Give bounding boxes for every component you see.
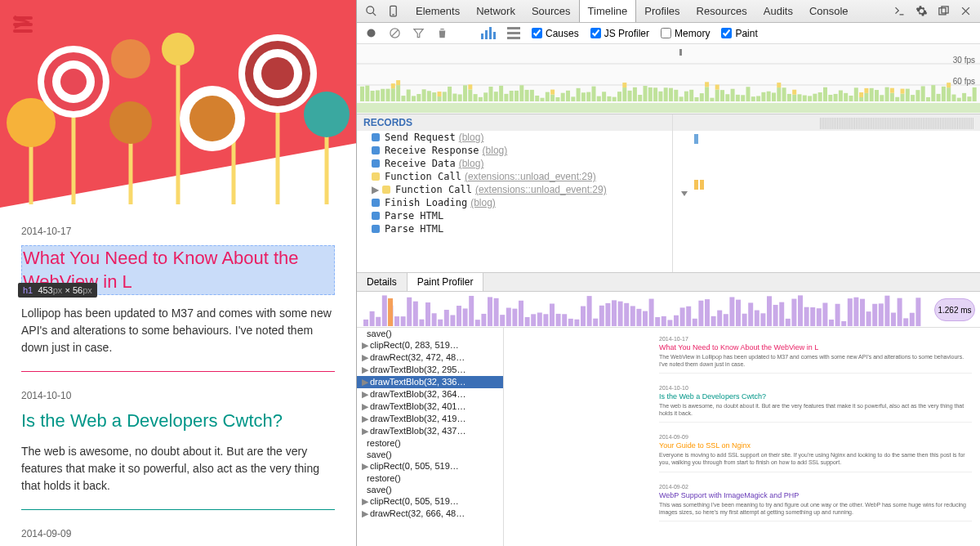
subtab-paint-profiler[interactable]: Paint Profiler — [408, 273, 484, 291]
svg-rect-265 — [952, 118, 953, 129]
paint-command[interactable]: ▶clipRect(0, 505, 519… — [357, 495, 503, 508]
jsprofiler-checkbox[interactable]: JS Profiler — [590, 28, 649, 39]
paint-command[interactable]: ▶drawRect(32, 666, 48… — [357, 508, 503, 520]
record-row[interactable]: Receive Response (blog) — [357, 144, 672, 157]
svg-rect-195 — [832, 118, 833, 129]
svg-rect-250 — [926, 118, 927, 129]
svg-rect-40 — [493, 32, 496, 39]
paint-command[interactable]: save() — [357, 484, 503, 495]
record-row[interactable]: ▶ Function Call (extensions::unload_even… — [357, 183, 672, 196]
svg-rect-227 — [887, 118, 888, 129]
dock-icon[interactable] — [938, 5, 950, 17]
svg-rect-272 — [964, 118, 964, 129]
svg-rect-253 — [932, 118, 933, 129]
flame-view-icon[interactable] — [507, 27, 520, 39]
tab-resources[interactable]: Resources — [688, 0, 755, 22]
paint-command[interactable]: ▶drawTextBlob(32, 336… — [357, 376, 503, 388]
timeline-overview[interactable]: 30 fps 60 fps — [357, 44, 980, 114]
svg-rect-221 — [876, 118, 877, 129]
tab-sources[interactable]: Sources — [523, 0, 579, 22]
svg-rect-188 — [820, 118, 821, 129]
svg-rect-48 — [365, 86, 369, 101]
svg-rect-368 — [388, 298, 393, 326]
svg-rect-334 — [711, 316, 716, 326]
memory-checkbox[interactable]: Memory — [661, 28, 710, 39]
svg-rect-328 — [674, 316, 679, 326]
svg-rect-211 — [859, 118, 860, 129]
paint-command[interactable]: restore() — [357, 437, 503, 449]
records-flamechart[interactable] — [673, 114, 980, 272]
svg-rect-74 — [479, 97, 483, 101]
svg-rect-318 — [612, 300, 617, 326]
svg-rect-327 — [667, 320, 672, 326]
svg-rect-51 — [381, 89, 385, 101]
svg-rect-103 — [622, 87, 626, 101]
paint-profiler-bars[interactable]: 1.262 ms — [357, 292, 980, 328]
console-icon[interactable] — [893, 5, 906, 17]
svg-rect-315 — [593, 319, 598, 326]
paint-command[interactable]: save() — [357, 328, 503, 339]
svg-rect-54 — [391, 83, 395, 88]
clear-icon[interactable] — [389, 27, 401, 39]
paint-command[interactable]: restore() — [357, 472, 503, 484]
record-row[interactable]: Function Call (extensions::unload_event:… — [357, 170, 672, 183]
device-icon[interactable] — [387, 5, 399, 17]
svg-rect-322 — [636, 309, 641, 326]
svg-rect-104 — [622, 83, 626, 87]
svg-rect-79 — [504, 94, 508, 101]
svg-rect-157 — [864, 88, 868, 93]
paint-checkbox[interactable]: Paint — [721, 28, 757, 39]
tab-elements[interactable]: Elements — [408, 0, 468, 22]
svg-rect-309 — [556, 314, 561, 326]
paint-command[interactable]: ▶clipRect(0, 283, 519… — [357, 339, 503, 351]
record-row[interactable]: Parse HTML — [357, 209, 672, 222]
svg-rect-266 — [954, 118, 955, 129]
paint-command-list[interactable]: save()▶clipRect(0, 283, 519…▶drawRect(32… — [357, 328, 504, 546]
svg-point-23 — [111, 39, 150, 78]
svg-rect-192 — [826, 118, 827, 129]
tab-audits[interactable]: Audits — [755, 0, 801, 22]
record-row[interactable]: Send Request (blog) — [357, 131, 672, 144]
post-title[interactable]: Is the Web a Developers Cwtch? — [21, 410, 335, 433]
svg-rect-150 — [839, 91, 843, 101]
svg-rect-366 — [910, 313, 915, 326]
svg-rect-139 — [787, 94, 791, 101]
trash-icon[interactable] — [436, 27, 448, 39]
tab-profiles[interactable]: Profiles — [636, 0, 688, 22]
svg-rect-67 — [448, 87, 452, 101]
paint-command[interactable]: ▶drawTextBlob(32, 401… — [357, 401, 503, 413]
record-row[interactable]: Finish Loading (blog) — [357, 196, 672, 209]
gear-icon[interactable] — [915, 5, 928, 17]
filter-icon[interactable] — [412, 27, 425, 39]
svg-rect-151 — [844, 93, 848, 101]
paint-command[interactable]: ▶drawTextBlob(32, 295… — [357, 364, 503, 376]
records-list: RECORDS Send Request (blog) Receive Resp… — [357, 114, 673, 272]
record-row[interactable]: Parse HTML — [357, 222, 672, 235]
record-icon[interactable] — [365, 27, 377, 39]
svg-rect-332 — [698, 301, 703, 326]
timeline-toolbar: Causes JS Profiler Memory Paint — [357, 23, 980, 44]
causes-checkbox[interactable]: Causes — [532, 28, 579, 39]
paint-command[interactable]: ▶drawTextBlob(32, 419… — [357, 413, 503, 425]
close-icon[interactable] — [960, 5, 972, 17]
paint-command[interactable]: save() — [357, 449, 503, 460]
search-icon[interactable] — [365, 5, 377, 17]
tab-timeline[interactable]: Timeline — [579, 0, 637, 22]
svg-rect-284 — [401, 316, 406, 326]
tab-network[interactable]: Network — [468, 0, 523, 22]
subtab-details[interactable]: Details — [357, 273, 408, 291]
paint-command[interactable]: ▶drawTextBlob(32, 364… — [357, 388, 503, 401]
svg-rect-339 — [742, 314, 747, 326]
devtools-panel: ElementsNetworkSourcesTimelineProfilesRe… — [356, 0, 980, 546]
bars-view-icon[interactable] — [481, 27, 496, 39]
svg-rect-120 — [705, 87, 709, 101]
svg-rect-314 — [587, 296, 592, 326]
paint-command[interactable]: ▶drawRect(32, 472, 48… — [357, 351, 503, 364]
svg-rect-125 — [720, 90, 724, 101]
svg-rect-277 — [973, 118, 973, 129]
paint-command[interactable]: ▶clipRect(0, 505, 519… — [357, 460, 503, 472]
tab-console[interactable]: Console — [801, 0, 857, 22]
paint-command[interactable]: ▶drawTextBlob(32, 437… — [357, 425, 503, 437]
svg-rect-148 — [828, 95, 832, 101]
record-row[interactable]: Receive Data (blog) — [357, 157, 672, 170]
